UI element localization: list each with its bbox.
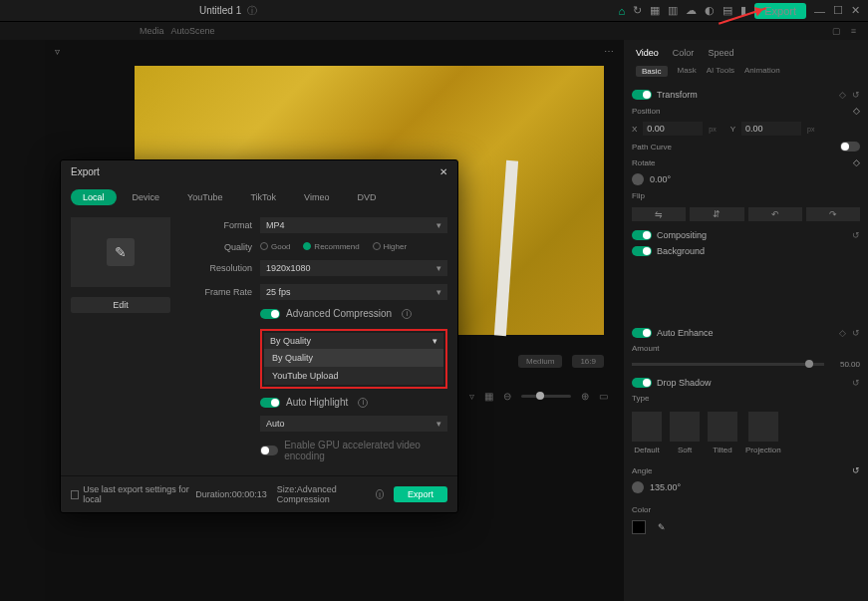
rotate-ccw-button[interactable]: ↶ <box>748 207 802 221</box>
transform-toggle[interactable] <box>632 90 652 100</box>
tab-speed[interactable]: Speed <box>708 48 733 58</box>
ratio-pill[interactable]: 16:9 <box>572 355 604 368</box>
tab-video[interactable]: Video <box>636 48 659 58</box>
quality-recommend-radio[interactable]: Recommend <box>303 242 359 251</box>
close-button[interactable]: ✕ <box>851 4 860 17</box>
format-select[interactable]: MP4▾ <box>260 217 447 233</box>
section-autoenhance[interactable]: Auto Enhance ◇↺ <box>632 325 860 341</box>
quality-pill[interactable]: Medium <box>518 355 562 368</box>
autohighlight-toggle[interactable] <box>260 398 280 408</box>
close-icon[interactable]: ✕ <box>439 166 447 177</box>
ae-keyframe-icon[interactable]: ◇ <box>839 328 846 338</box>
fit-icon[interactable]: ▭ <box>599 391 608 402</box>
section-compositing[interactable]: Compositing ↺ <box>632 227 860 243</box>
tab-dvd[interactable]: DVD <box>345 189 388 205</box>
quality-higher-radio[interactable]: Higher <box>373 242 408 251</box>
section-background[interactable]: Background <box>632 243 860 259</box>
autoenhance-toggle[interactable] <box>632 328 652 338</box>
option-youtube-upload[interactable]: YouTube Upload <box>264 367 443 385</box>
quality-good-radio[interactable]: Good <box>260 242 291 251</box>
home-icon[interactable]: ⌂ <box>619 5 626 17</box>
dropshadow-toggle[interactable] <box>632 378 652 388</box>
compositing-toggle[interactable] <box>632 230 652 240</box>
gpu-toggle[interactable] <box>260 446 278 455</box>
shadow-soft[interactable]: Soft <box>670 412 700 454</box>
reset-icon[interactable]: ↺ <box>852 90 860 100</box>
info-icon[interactable]: ⓘ <box>247 4 257 18</box>
background-toggle[interactable] <box>632 246 652 256</box>
advcomp-select[interactable]: By Quality▾ <box>264 333 443 349</box>
framerate-select[interactable]: 25 fps▾ <box>260 284 447 300</box>
rotate-cw-button[interactable]: ↷ <box>806 207 860 221</box>
media-drop-icon[interactable]: ▿ <box>55 46 60 57</box>
color-swatch[interactable] <box>632 520 646 534</box>
pathcurve-toggle[interactable] <box>840 142 860 151</box>
amount-value: 50.00 <box>830 360 860 369</box>
clock-icon[interactable]: ◐ <box>705 4 715 17</box>
resolution-select[interactable]: 1920x1080▾ <box>260 260 447 276</box>
position-x-input[interactable] <box>643 122 703 136</box>
subtab-animation[interactable]: Animation <box>744 66 780 77</box>
tab-local[interactable]: Local <box>71 189 117 205</box>
angle-knob[interactable] <box>632 481 644 493</box>
angle-value: 135.00° <box>650 482 681 492</box>
option-by-quality[interactable]: By Quality <box>264 349 443 367</box>
rotate-keyframe-icon[interactable]: ◇ <box>853 157 860 167</box>
grid2-icon[interactable]: ▥ <box>668 4 678 17</box>
maximize-button[interactable]: ☐ <box>833 4 843 17</box>
pos-keyframe-icon[interactable]: ◇ <box>853 106 860 116</box>
marker-icon[interactable]: ▿ <box>469 391 474 402</box>
header-action-2[interactable]: ≡ <box>851 26 856 36</box>
framerate-label: Frame Rate <box>190 287 260 297</box>
shadow-tilted[interactable]: Tilted <box>708 412 737 454</box>
size-info-icon[interactable]: i <box>376 489 384 499</box>
grid1-icon[interactable]: ▦ <box>650 4 660 17</box>
section-transform[interactable]: Transform ◇↺ <box>632 87 860 103</box>
zoom-out-icon[interactable]: ⊖ <box>503 391 511 402</box>
shadow-default[interactable]: Default <box>632 412 662 454</box>
tab-color[interactable]: Color <box>673 48 695 58</box>
history-icon[interactable]: ↻ <box>633 4 642 17</box>
edit-button[interactable]: Edit <box>71 297 170 313</box>
comp-reset-icon[interactable]: ↺ <box>852 230 860 240</box>
cloud-icon[interactable]: ☁ <box>686 4 697 17</box>
layers-icon[interactable]: ▤ <box>723 4 732 17</box>
flip-h-button[interactable]: ⇋ <box>632 207 686 221</box>
tab-vimeo[interactable]: Vimeo <box>292 189 341 205</box>
crumb-media[interactable]: Media <box>140 26 164 36</box>
tab-device[interactable]: Device <box>121 189 172 205</box>
zoom-slider[interactable] <box>521 395 571 398</box>
section-dropshadow[interactable]: Drop Shadow ↺ <box>632 375 860 391</box>
advcomp-info-icon[interactable]: i <box>402 309 412 319</box>
ae-reset-icon[interactable]: ↺ <box>852 328 860 338</box>
angle-reset-icon[interactable]: ↺ <box>852 465 860 475</box>
export-confirm-button[interactable]: Export <box>394 486 447 502</box>
eyedropper-icon[interactable]: ✎ <box>658 522 666 532</box>
more-icon[interactable]: ⋯ <box>604 46 614 57</box>
position-y-input[interactable] <box>741 122 801 136</box>
autohighlight-select[interactable]: Auto▾ <box>260 416 447 432</box>
amount-slider[interactable] <box>632 363 824 366</box>
tab-tiktok[interactable]: TikTok <box>238 189 288 205</box>
flip-v-button[interactable]: ⇵ <box>690 207 743 221</box>
shadow-projection[interactable]: Projection <box>745 412 781 454</box>
subtab-aitools[interactable]: AI Tools <box>707 66 734 77</box>
zoom-in-icon[interactable]: ⊕ <box>581 391 589 402</box>
subtab-basic[interactable]: Basic <box>636 66 668 77</box>
grid-icon[interactable]: ▦ <box>484 391 493 402</box>
header-action-1[interactable]: ▢ <box>832 26 841 36</box>
inspector-subtabs: Basic Mask AI Tools Animation <box>632 62 860 81</box>
angle-label: Angle <box>632 466 652 475</box>
inspector-tabs: Video Color Speed <box>632 46 860 60</box>
crumb-autoscene[interactable]: AutoScene <box>171 26 215 36</box>
dropshadow-label: Drop Shadow <box>657 378 712 388</box>
uselast-checkbox[interactable] <box>71 490 79 499</box>
advcomp-toggle[interactable] <box>260 309 280 319</box>
minimize-button[interactable]: — <box>814 5 825 17</box>
rotate-knob[interactable] <box>632 173 644 185</box>
subtab-mask[interactable]: Mask <box>678 66 697 77</box>
ds-reset-icon[interactable]: ↺ <box>852 378 860 388</box>
autohighlight-info-icon[interactable]: i <box>358 398 368 408</box>
tab-youtube[interactable]: YouTube <box>175 189 234 205</box>
keyframe-icon[interactable]: ◇ <box>839 90 846 100</box>
